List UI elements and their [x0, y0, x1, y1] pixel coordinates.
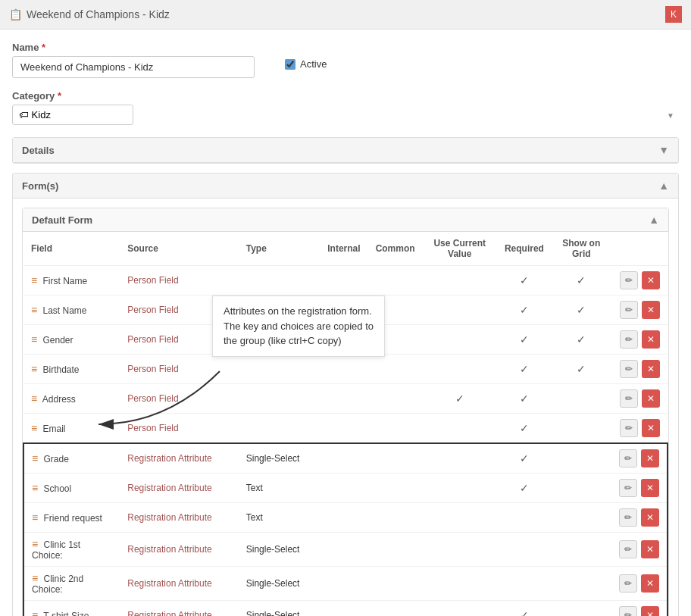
col-header-internal: Internal — [320, 232, 367, 266]
edit-button[interactable]: ✏ — [619, 449, 637, 467]
forms-section-header[interactable]: Form(s) ▲ — [13, 174, 678, 199]
cell-internal — [320, 266, 367, 295]
delete-button[interactable]: ✕ — [641, 540, 659, 558]
drag-handle-icon[interactable]: ≡ — [32, 452, 38, 464]
cell-internal — [320, 533, 367, 567]
edit-button[interactable]: ✏ — [619, 479, 637, 497]
delete-button[interactable]: ✕ — [642, 389, 660, 408]
forms-panel: Form(s) ▲ Default Form ▲ Field Source — [12, 173, 679, 616]
required-check: ✓ — [505, 422, 544, 434]
cell-use-value — [423, 503, 497, 533]
drag-handle-icon[interactable]: ≡ — [32, 511, 38, 524]
page-header: 📋 Weekend of Champions - Kidz K — [0, 0, 691, 30]
required-check: ✓ — [505, 304, 544, 316]
cell-type — [239, 384, 320, 414]
edit-button[interactable]: ✏ — [619, 574, 637, 593]
edit-button[interactable]: ✏ — [619, 540, 637, 558]
cell-use-value — [423, 601, 497, 617]
cell-common — [368, 533, 423, 567]
delete-button[interactable]: ✕ — [641, 508, 659, 527]
delete-button[interactable]: ✕ — [641, 574, 659, 593]
delete-button[interactable]: ✕ — [642, 330, 660, 349]
field-name: Friend request — [44, 513, 102, 524]
cell-source: Registration Attribute — [120, 474, 238, 503]
fields-table-body: ≡ First Name Person Field ✓ ✓ ✏ ✕ ≡ — [23, 266, 668, 617]
cell-internal — [320, 474, 367, 503]
drag-handle-icon[interactable]: ≡ — [32, 538, 38, 550]
cell-type — [239, 325, 320, 355]
col-header-field: Field — [23, 232, 120, 266]
drag-handle-icon[interactable]: ≡ — [31, 333, 37, 346]
cell-internal — [320, 355, 367, 384]
source-value: Registration Attribute — [127, 512, 211, 523]
cell-actions: ✏ ✕ — [611, 503, 668, 533]
source-value: Person Field — [127, 364, 178, 374]
fields-table-container: Field Source Type Internal Common Use Cu… — [23, 232, 668, 616]
table-row: ≡ School Registration Attribute Text ✓ ✏… — [23, 474, 668, 503]
active-checkbox[interactable] — [285, 59, 295, 70]
edit-button[interactable]: ✏ — [620, 330, 638, 349]
field-name: School — [44, 483, 72, 494]
drag-handle-icon[interactable]: ≡ — [31, 392, 37, 405]
edit-button[interactable]: ✏ — [620, 301, 638, 319]
col-header-type: Type — [239, 232, 320, 266]
table-row: ≡ Friend request Registration Attribute … — [23, 503, 668, 533]
cell-source: Registration Attribute — [120, 503, 238, 533]
drag-handle-icon[interactable]: ≡ — [31, 274, 37, 286]
drag-handle-icon[interactable]: ≡ — [31, 422, 37, 434]
cell-common — [368, 266, 423, 295]
edit-button[interactable]: ✏ — [619, 508, 637, 527]
required-check: ✓ — [505, 452, 544, 464]
edit-button[interactable]: ✏ — [619, 606, 637, 616]
cell-internal — [320, 601, 367, 617]
cell-actions: ✏ ✕ — [611, 533, 668, 567]
cell-show-grid — [552, 443, 611, 474]
cell-required: ✓ — [497, 384, 552, 414]
cell-actions: ✏ ✕ — [611, 295, 668, 325]
field-name: Email — [43, 424, 66, 434]
drag-handle-icon[interactable]: ≡ — [32, 609, 38, 616]
col-header-source: Source — [120, 232, 238, 266]
name-input[interactable] — [12, 56, 255, 78]
table-row: ≡ Last Name Person Field ✓ ✓ ✏ ✕ — [23, 295, 668, 325]
type-value: Single-Select — [246, 578, 300, 589]
delete-button[interactable]: ✕ — [641, 479, 659, 497]
drag-handle-icon[interactable]: ≡ — [32, 572, 38, 584]
show-grid-check: ✓ — [559, 304, 604, 316]
edit-button[interactable]: ✏ — [620, 360, 638, 378]
cell-source: Person Field — [120, 266, 238, 295]
cell-type: Single-Select — [239, 533, 320, 567]
edit-button[interactable]: ✏ — [620, 389, 638, 408]
field-name: Last Name — [43, 305, 87, 316]
fields-table-header-row: Field Source Type Internal Common Use Cu… — [23, 232, 668, 266]
delete-button[interactable]: ✕ — [642, 360, 660, 378]
drag-handle-icon[interactable]: ≡ — [31, 363, 37, 375]
edit-button[interactable]: ✏ — [620, 419, 638, 437]
cell-type: Single-Select — [239, 601, 320, 617]
cell-common — [368, 414, 423, 444]
type-value: Text — [246, 512, 263, 523]
delete-button[interactable]: ✕ — [642, 301, 660, 319]
drag-handle-icon[interactable]: ≡ — [32, 482, 38, 494]
cell-use-value — [423, 355, 497, 384]
cell-show-grid — [552, 384, 611, 414]
cell-field: ≡ Gender — [23, 325, 120, 355]
type-value: Text — [246, 483, 263, 493]
cell-type: Single-Select — [239, 443, 320, 474]
cell-actions: ✏ ✕ — [611, 266, 668, 295]
delete-button[interactable]: ✕ — [641, 606, 659, 616]
drag-handle-icon[interactable]: ≡ — [31, 304, 37, 316]
close-button[interactable]: K — [665, 6, 682, 23]
cell-type — [239, 414, 320, 444]
col-header-show-on-grid: Show on Grid — [552, 232, 611, 266]
field-name: Clinic 2nd Choice: — [32, 574, 83, 595]
details-section-header[interactable]: Details ▼ — [13, 138, 678, 163]
col-header-actions — [611, 232, 668, 266]
delete-button[interactable]: ✕ — [642, 419, 660, 437]
category-select[interactable]: 🏷 Kidz 🏷 Youth 🏷 Adults — [12, 105, 133, 125]
category-label: Category * — [12, 90, 679, 102]
delete-button[interactable]: ✕ — [641, 449, 659, 467]
delete-button[interactable]: ✕ — [642, 271, 660, 289]
cell-type — [239, 266, 320, 295]
edit-button[interactable]: ✏ — [620, 271, 638, 289]
